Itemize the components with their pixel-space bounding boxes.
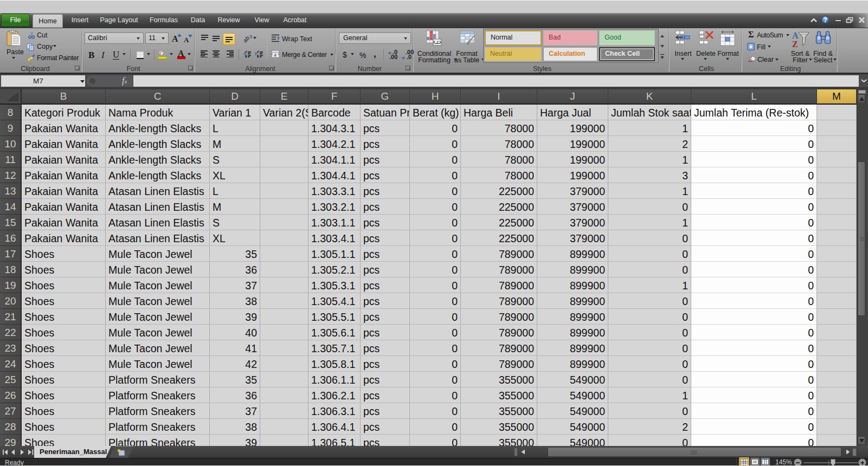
svg-text:A: A: [792, 31, 799, 40]
svg-text:Z: Z: [792, 40, 798, 48]
svg-text:a: a: [274, 52, 277, 57]
